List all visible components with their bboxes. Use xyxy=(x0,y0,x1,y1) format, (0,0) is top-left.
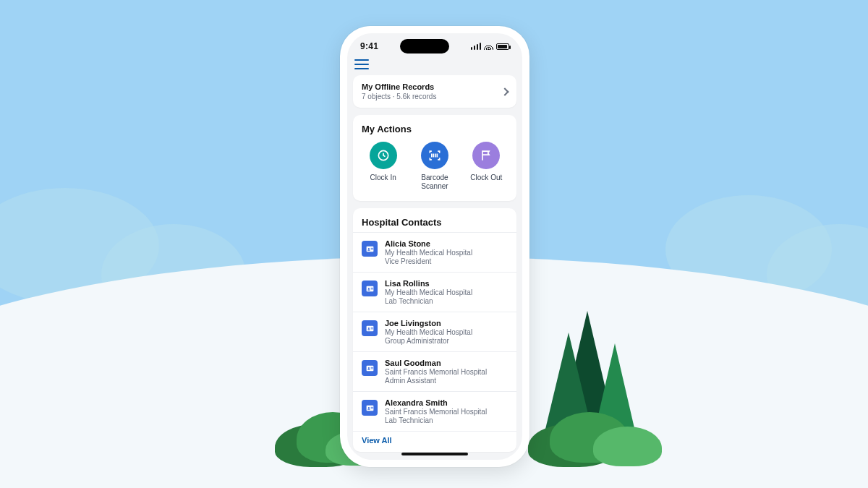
offline-records-title: My Offline Records xyxy=(362,82,436,91)
contact-card-icon xyxy=(362,241,378,257)
barcode-icon xyxy=(421,142,448,169)
status-time: 9:41 xyxy=(360,41,378,51)
contact-row[interactable]: Alexandra Smith Saint Francis Memorial H… xyxy=(353,391,516,431)
contact-role: Lab Technician xyxy=(385,297,472,305)
contact-hospital: Saint Francis Memorial Hospital xyxy=(385,408,487,416)
clock-icon xyxy=(370,142,397,169)
scene-background: 9:41 My Offline Records 7 objects · 5.6k… xyxy=(0,0,868,488)
contact-role: Group Administrator xyxy=(385,337,472,345)
cellular-icon xyxy=(471,43,482,50)
status-icons xyxy=(471,43,510,50)
contact-hospital: My Health Medical Hospital xyxy=(385,328,472,336)
flag-icon xyxy=(472,142,500,169)
view-all-link[interactable]: View All xyxy=(353,431,516,452)
offline-records-subtitle: 7 objects · 5.6k records xyxy=(362,93,436,100)
svg-rect-3 xyxy=(370,247,373,248)
svg-rect-4 xyxy=(370,249,373,249)
contact-row[interactable]: Lisa Rollins My Health Medical Hospital … xyxy=(353,272,516,312)
home-indicator xyxy=(401,453,468,455)
contact-row[interactable]: Saul Goodman Saint Francis Memorial Hosp… xyxy=(353,351,516,391)
contact-role: Admin Assistant xyxy=(385,377,487,385)
contact-card-icon xyxy=(362,320,378,336)
phone-frame: 9:41 My Offline Records 7 objects · 5.6k… xyxy=(340,26,529,467)
app-topbar xyxy=(347,56,522,75)
svg-point-10 xyxy=(367,327,369,328)
svg-rect-12 xyxy=(370,328,373,329)
action-label: Barcode Scanner xyxy=(415,174,454,191)
hospital-contacts-title: Hospital Contacts xyxy=(353,208,516,232)
action-label: Clock In xyxy=(370,174,396,182)
svg-rect-19 xyxy=(370,406,373,407)
contact-card-icon xyxy=(362,400,378,416)
action-clock-out[interactable]: Clock Out xyxy=(461,142,512,191)
contact-hospital: My Health Medical Hospital xyxy=(385,288,472,296)
action-barcode-scanner[interactable]: Barcode Scanner xyxy=(409,142,461,191)
svg-point-2 xyxy=(367,247,369,249)
action-clock-in[interactable]: Clock In xyxy=(357,142,409,191)
my-actions-card: My Actions Clock In Barcode Scanner xyxy=(353,115,516,201)
svg-point-6 xyxy=(367,287,369,288)
svg-rect-16 xyxy=(370,368,373,369)
contact-name: Alexandra Smith xyxy=(385,398,487,407)
dynamic-island xyxy=(400,39,449,53)
contact-row[interactable]: Joe Livingston My Health Medical Hospita… xyxy=(353,312,516,351)
svg-rect-20 xyxy=(370,408,373,408)
wifi-icon xyxy=(484,43,493,50)
hospital-contacts-card: Hospital Contacts Alicia Stone My Health… xyxy=(353,208,516,452)
action-label: Clock Out xyxy=(470,174,502,182)
offline-records-card[interactable]: My Offline Records 7 objects · 5.6k reco… xyxy=(353,75,516,108)
contact-name: Joe Livingston xyxy=(385,319,472,328)
contact-hospital: My Health Medical Hospital xyxy=(385,249,472,257)
contact-name: Alicia Stone xyxy=(385,239,472,248)
contact-row[interactable]: Alicia Stone My Health Medical Hospital … xyxy=(353,232,516,272)
contact-hospital: Saint Francis Memorial Hospital xyxy=(385,368,487,376)
phone-screen: 9:41 My Offline Records 7 objects · 5.6k… xyxy=(347,33,522,460)
contact-role: Lab Technician xyxy=(385,416,487,424)
contact-name: Saul Goodman xyxy=(385,359,487,367)
svg-point-18 xyxy=(367,406,369,408)
contact-card-icon xyxy=(362,281,378,296)
svg-rect-11 xyxy=(370,327,373,328)
contact-role: Vice President xyxy=(385,257,472,265)
bush-decor xyxy=(593,427,662,466)
svg-rect-8 xyxy=(370,288,373,289)
svg-rect-15 xyxy=(370,367,373,367)
contact-card-icon xyxy=(362,360,378,376)
svg-point-14 xyxy=(367,367,369,368)
contact-name: Lisa Rollins xyxy=(385,279,472,288)
svg-rect-7 xyxy=(370,287,373,288)
menu-icon[interactable] xyxy=(354,59,369,69)
battery-icon xyxy=(496,43,509,50)
my-actions-title: My Actions xyxy=(353,115,516,139)
status-bar: 9:41 xyxy=(347,33,522,56)
chevron-right-icon xyxy=(501,87,509,95)
